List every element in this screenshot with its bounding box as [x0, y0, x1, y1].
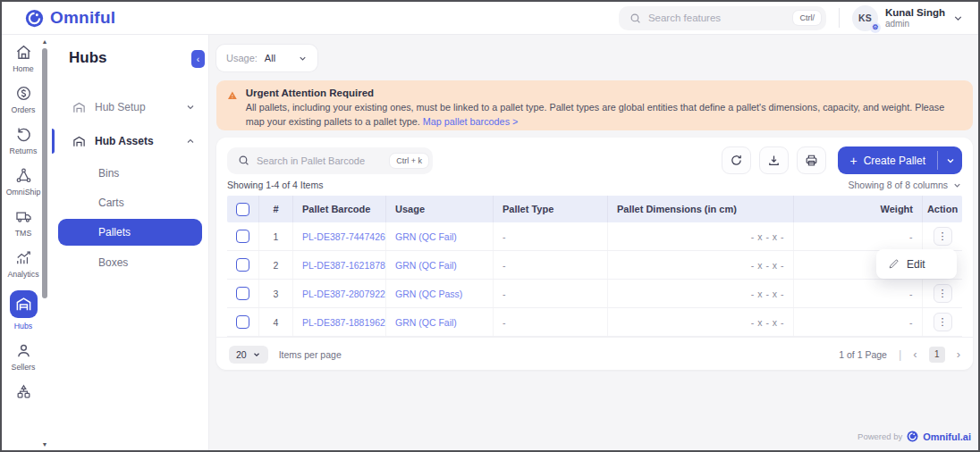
columns-count-text: Showing 8 of 8 columns: [849, 180, 948, 190]
page-title: Hubs: [52, 35, 208, 67]
subnav-item-bins[interactable]: Bins: [58, 158, 202, 188]
sidebar-label: OmniShip: [6, 188, 41, 197]
page-number-button[interactable]: 1: [929, 347, 945, 363]
sidebar-label: Analytics: [7, 270, 38, 279]
select-all-checkbox[interactable]: [236, 203, 249, 216]
chevron-down-icon: [952, 180, 962, 190]
omniful-ai-link[interactable]: Omniful.ai: [923, 431, 971, 442]
chevron-down-icon: [252, 350, 261, 359]
sidebar-item-sellers[interactable]: Sellers: [2, 342, 45, 372]
global-search: Ctrl/: [619, 6, 826, 30]
footer: Powered by Omniful.ai: [858, 431, 971, 442]
pallet-barcode-link[interactable]: PL-DE387-744742695: [302, 231, 386, 242]
user-role: admin: [885, 19, 945, 29]
user-menu[interactable]: KS ⚙ Kunal Singh admin: [852, 5, 964, 31]
previous-page-button[interactable]: ‹: [913, 347, 917, 361]
sidebar-label: Returns: [10, 146, 38, 155]
analytics-icon: [15, 249, 32, 266]
table-row: 3 PL-DE387-2807922336 GRN (QC Pass) - - …: [227, 280, 962, 308]
home-icon: [15, 44, 32, 61]
create-pallet-label: Create Pallet: [864, 155, 925, 167]
print-button[interactable]: [797, 146, 826, 174]
download-button[interactable]: [759, 146, 789, 174]
column-header-pallet-type: Pallet Type: [494, 196, 608, 222]
table-search: Ctrl + k: [227, 147, 433, 174]
row-checkbox[interactable]: [236, 287, 249, 300]
sidebar-item-hubs[interactable]: Hubs: [2, 290, 45, 331]
create-pallet-dropdown-button[interactable]: [938, 146, 962, 174]
sidebar-item-omniship[interactable]: OmniShip: [2, 167, 45, 197]
dimensions-value: - x - x -: [608, 280, 794, 307]
next-page-button[interactable]: ›: [957, 347, 960, 361]
refresh-icon: [730, 154, 743, 167]
row-index: 1: [259, 222, 293, 250]
orders-icon: [15, 85, 32, 102]
pallet-type-value: -: [494, 280, 608, 307]
user-name: Kunal Singh: [885, 7, 945, 19]
subnav-item-pallets[interactable]: Pallets: [58, 219, 202, 246]
usage-link[interactable]: GRN (QC Fail): [395, 231, 457, 242]
row-checkbox[interactable]: [236, 315, 249, 329]
sidebar-item-orders[interactable]: Orders: [2, 85, 45, 114]
pallet-barcode-link[interactable]: PL-DE387-2807922336: [302, 289, 386, 299]
row-actions-button[interactable]: ⋮: [934, 227, 952, 246]
usage-link[interactable]: GRN (QC Pass): [395, 289, 462, 299]
edit-menu-item[interactable]: Edit: [907, 258, 925, 271]
chevron-down-icon: [185, 102, 196, 113]
column-header-usage: Usage: [386, 196, 494, 222]
create-pallet-button[interactable]: + Create Pallet: [838, 146, 937, 174]
search-shortcut-badge: Ctrl/: [793, 11, 821, 25]
sidebar-item-home[interactable]: Home: [2, 44, 45, 73]
chevron-down-icon[interactable]: [952, 13, 964, 24]
hierarchy-icon: [15, 383, 32, 400]
pallet-type-value: -: [494, 251, 608, 279]
usage-filter-label: Usage:: [226, 53, 258, 63]
pallet-type-value: -: [494, 222, 608, 250]
app-window: Omniful Ctrl/ KS ⚙ Kunal Singh admin: [0, 0, 980, 452]
primary-sidebar: Home Orders Returns OmniShip: [2, 35, 52, 450]
sidebar-item-workflows[interactable]: [2, 383, 45, 404]
usage-link[interactable]: GRN (QC Fail): [395, 317, 457, 328]
plus-icon: +: [849, 154, 857, 168]
dimensions-value: - x - x -: [608, 222, 794, 250]
refresh-button[interactable]: [722, 146, 751, 174]
person-icon: [15, 342, 32, 359]
pallet-barcode-search-input[interactable]: [257, 155, 383, 166]
row-actions-button[interactable]: ⋮: [934, 284, 952, 303]
subnav-item-hub-setup[interactable]: Hub Setup: [52, 90, 208, 124]
pallets-table: # Pallet Barcode Usage Pallet Type Palle…: [227, 196, 962, 337]
usage-filter[interactable]: Usage: All: [216, 45, 317, 71]
column-header-action: Action: [923, 196, 962, 222]
subnav-item-label: Hub Setup: [95, 101, 146, 113]
row-checkbox[interactable]: [236, 230, 249, 243]
subnav-item-boxes[interactable]: Boxes: [58, 247, 202, 277]
omniful-logo[interactable]: Omniful: [25, 8, 115, 28]
table-row: 2 PL-DE387-1621878762 GRN (QC Fail) - - …: [227, 251, 962, 280]
subnav-item-hub-assets[interactable]: Hub Assets: [52, 124, 208, 158]
pallet-barcode-link[interactable]: PL-DE387-1621878762: [302, 260, 386, 271]
chevron-up-icon: [185, 136, 196, 146]
usage-link[interactable]: GRN (QC Fail): [395, 260, 457, 271]
pallets-table-card: Ctrl + k: [216, 138, 973, 370]
pallet-barcode-link[interactable]: PL-DE387-188196233: [302, 317, 386, 328]
global-search-input[interactable]: [648, 13, 787, 23]
sidebar-label: Orders: [12, 105, 36, 114]
subnav-item-carts[interactable]: Carts: [58, 188, 202, 217]
scroll-down-icon[interactable]: ▼: [40, 441, 49, 448]
items-per-page-label: Items per page: [279, 349, 342, 360]
chevron-down-icon: [298, 54, 308, 63]
sidebar-item-returns[interactable]: Returns: [2, 126, 45, 155]
row-checkbox[interactable]: [236, 258, 249, 272]
sidebar-item-tms[interactable]: TMS: [2, 208, 45, 238]
columns-visibility-toggle[interactable]: Showing 8 of 8 columns: [849, 180, 962, 190]
pallet-type-value: -: [494, 308, 608, 336]
collapse-panel-button[interactable]: ‹: [191, 50, 205, 68]
weight-value: -: [794, 308, 923, 336]
row-actions-button[interactable]: ⋮: [934, 313, 952, 331]
page-size-select[interactable]: 20: [229, 346, 268, 364]
scrollbar-thumb[interactable]: [42, 48, 47, 298]
scroll-up-icon[interactable]: ▲: [40, 38, 49, 45]
map-pallet-barcodes-link[interactable]: Map pallet barcodes >: [423, 116, 519, 127]
sidebar-item-analytics[interactable]: Analytics: [2, 249, 45, 279]
row-index: 3: [259, 280, 293, 307]
